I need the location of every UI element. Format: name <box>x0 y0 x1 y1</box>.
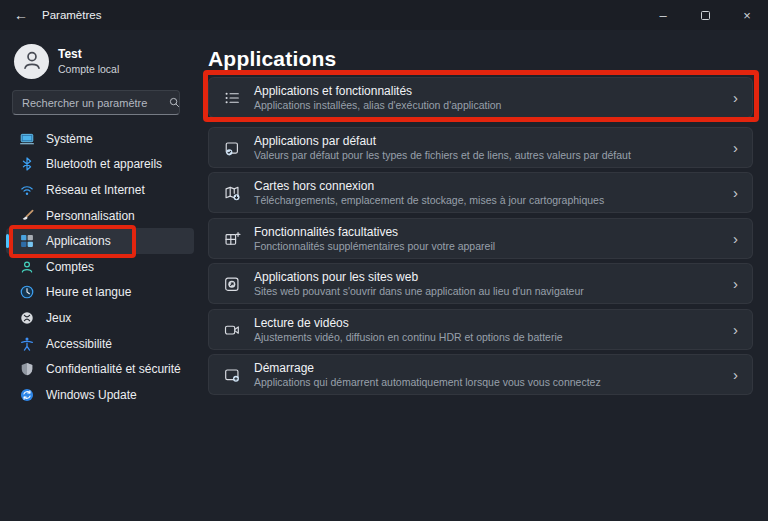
chevron-right-icon: › <box>733 367 738 382</box>
sidebar-item-accessibility[interactable]: Accessibilité <box>6 331 194 357</box>
row-subtitle: Fonctionnalités supplémentaires pour vot… <box>254 240 495 252</box>
row-subtitle: Ajustements vidéo, diffusion en continu … <box>254 331 563 343</box>
sidebar-item-label: Accessibilité <box>46 337 112 351</box>
sidebar: Test Compte local SystèmeBluetooth et ap… <box>0 30 200 521</box>
row-title: Démarrage <box>254 361 601 375</box>
apps-icon <box>19 233 35 249</box>
accounts-icon <box>19 259 35 275</box>
close-icon: × <box>743 8 751 23</box>
sidebar-item-label: Windows Update <box>46 388 137 402</box>
settings-row-apps-features[interactable]: Applications et fonctionnalitésApplicati… <box>208 77 753 118</box>
minimize-icon: – <box>659 8 666 23</box>
row-text: Applications par défautValeurs par défau… <box>254 134 631 161</box>
row-text: Applications pour les sites webSites web… <box>254 270 584 297</box>
row-text: DémarrageApplications qui démarrent auto… <box>254 361 601 388</box>
settings-row-offline-maps[interactable]: Cartes hors connexionTéléchargements, em… <box>208 172 753 213</box>
maximize-icon <box>701 11 710 20</box>
time-icon <box>19 284 35 300</box>
settings-row-startup[interactable]: DémarrageApplications qui démarrent auto… <box>208 354 753 395</box>
sidebar-item-windows-update[interactable]: Windows Update <box>6 382 194 408</box>
chevron-right-icon: › <box>733 185 738 200</box>
back-button[interactable]: ← <box>6 2 36 28</box>
user-name: Test <box>58 47 82 61</box>
chevron-right-icon: › <box>733 140 738 155</box>
row-subtitle: Applications installées, alias d'exécuti… <box>254 99 501 111</box>
row-title: Applications et fonctionnalités <box>254 84 501 98</box>
search-box <box>12 90 180 115</box>
minimize-button[interactable]: – <box>642 0 684 30</box>
apps-features-icon <box>223 89 241 107</box>
privacy-icon <box>19 361 35 377</box>
search-icon <box>168 93 181 113</box>
network-icon <box>19 182 35 198</box>
sidebar-item-label: Système <box>46 132 93 146</box>
row-subtitle: Applications qui démarrent automatiqueme… <box>254 376 601 388</box>
sidebar-item-label: Bluetooth et appareils <box>46 157 162 171</box>
person-icon <box>20 48 44 76</box>
sidebar-item-label: Jeux <box>46 311 71 325</box>
row-title: Cartes hors connexion <box>254 179 604 193</box>
search-input[interactable] <box>13 97 168 109</box>
row-title: Applications pour les sites web <box>254 270 584 284</box>
sidebar-item-accounts[interactable]: Comptes <box>6 254 194 280</box>
row-text: Applications et fonctionnalitésApplicati… <box>254 84 501 111</box>
row-subtitle: Téléchargements, emplacement de stockage… <box>254 194 604 206</box>
window-title: Paramètres <box>42 9 101 21</box>
page-title: Applications <box>208 47 336 71</box>
row-subtitle: Sites web pouvant s'ouvrir dans une appl… <box>254 285 584 297</box>
sidebar-item-label: Personnalisation <box>46 209 135 223</box>
settings-row-optional-features[interactable]: Fonctionnalités facultativesFonctionnali… <box>208 218 753 259</box>
sidebar-item-time-language[interactable]: Heure et langue <box>6 280 194 306</box>
row-title: Fonctionnalités facultatives <box>254 225 495 239</box>
sidebar-item-label: Applications <box>46 234 111 248</box>
sidebar-item-label: Confidentialité et sécurité <box>46 362 181 376</box>
settings-row-default-apps[interactable]: Applications par défautValeurs par défau… <box>208 127 753 168</box>
update-icon <box>19 387 35 403</box>
row-title: Applications par défaut <box>254 134 631 148</box>
sidebar-nav: SystèmeBluetooth et appareilsRéseau et I… <box>0 126 200 408</box>
account-type: Compte local <box>58 63 119 75</box>
sidebar-item-label: Comptes <box>46 260 94 274</box>
row-text: Fonctionnalités facultativesFonctionnali… <box>254 225 495 252</box>
system-icon <box>19 131 35 147</box>
row-text: Cartes hors connexionTéléchargements, em… <box>254 179 604 206</box>
back-arrow-icon: ← <box>14 7 28 23</box>
settings-row-video-playback[interactable]: Lecture de vidéosAjustements vidéo, diff… <box>208 309 753 350</box>
bluetooth-icon <box>19 156 35 172</box>
personalization-icon <box>19 208 35 224</box>
settings-row-website-apps[interactable]: Applications pour les sites webSites web… <box>208 263 753 304</box>
maximize-button[interactable] <box>684 0 726 30</box>
titlebar: ← Paramètres – × <box>0 0 768 30</box>
settings-window: ← Paramètres – × Test Compte local Systè… <box>0 0 768 521</box>
sidebar-item-apps[interactable]: Applications <box>6 228 194 254</box>
chevron-right-icon: › <box>733 90 738 105</box>
default-apps-icon <box>223 139 241 157</box>
gaming-icon <box>19 310 35 326</box>
chevron-right-icon: › <box>733 322 738 337</box>
sidebar-item-personalization[interactable]: Personnalisation <box>6 203 194 229</box>
avatar <box>14 44 49 79</box>
chevron-right-icon: › <box>733 231 738 246</box>
optional-features-icon <box>223 230 241 248</box>
row-subtitle: Valeurs par défaut pour les types de fic… <box>254 149 631 161</box>
row-title: Lecture de vidéos <box>254 316 563 330</box>
startup-icon <box>223 366 241 384</box>
row-text: Lecture de vidéosAjustements vidéo, diff… <box>254 316 563 343</box>
sidebar-item-bluetooth-devices[interactable]: Bluetooth et appareils <box>6 152 194 178</box>
close-button[interactable]: × <box>726 0 768 30</box>
video-playback-icon <box>223 321 241 339</box>
sidebar-item-system[interactable]: Système <box>6 126 194 152</box>
sidebar-item-privacy-security[interactable]: Confidentialité et sécurité <box>6 356 194 382</box>
offline-maps-icon <box>223 184 241 202</box>
sidebar-item-network-internet[interactable]: Réseau et Internet <box>6 177 194 203</box>
chevron-right-icon: › <box>733 276 738 291</box>
sidebar-item-label: Heure et langue <box>46 285 131 299</box>
accessibility-icon <box>19 336 35 352</box>
window-controls: – × <box>642 0 768 30</box>
sidebar-item-label: Réseau et Internet <box>46 183 145 197</box>
sidebar-item-gaming[interactable]: Jeux <box>6 305 194 331</box>
website-apps-icon <box>223 275 241 293</box>
